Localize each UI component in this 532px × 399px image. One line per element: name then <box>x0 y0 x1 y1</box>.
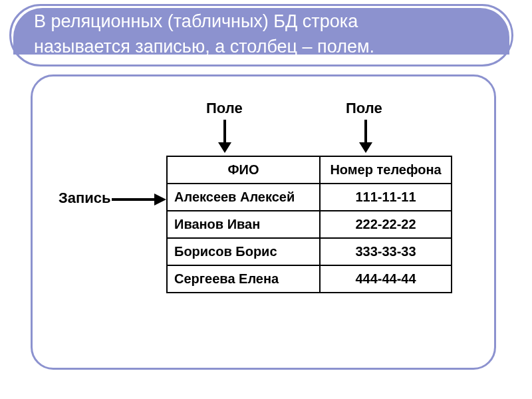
cell-phone: 111-11-11 <box>320 184 452 211</box>
cell-phone: 333-33-33 <box>320 238 452 265</box>
title-line2: называется записью, а столбец – полем. <box>34 37 374 57</box>
table-row: Алексеев Алексей 111-11-11 <box>167 184 452 211</box>
cell-name: Борисов Борис <box>167 238 320 265</box>
table-row: Борисов Борис 333-33-33 <box>167 238 452 265</box>
table-row: Сергеева Елена 444-44-44 <box>167 265 452 293</box>
arrow-right-icon <box>112 192 166 207</box>
cell-name: Иванов Иван <box>167 211 320 238</box>
table-row: Иванов Иван 222-22-22 <box>167 211 452 238</box>
example-table: ФИО Номер телефона Алексеев Алексей 111-… <box>166 156 452 293</box>
title-text: В реляционных (табличных) БД строка назы… <box>34 9 498 59</box>
header-phone: Номер телефона <box>320 156 452 184</box>
title-line1: В реляционных (табличных) БД строка <box>34 11 358 31</box>
cell-phone: 444-44-44 <box>320 265 452 293</box>
field-label-1: Поле <box>206 100 243 117</box>
svg-marker-3 <box>359 142 372 153</box>
svg-marker-1 <box>218 142 231 153</box>
table-header-row: ФИО Номер телефона <box>167 156 452 184</box>
arrow-down-icon <box>358 120 374 153</box>
cell-name: Алексеев Алексей <box>167 184 320 211</box>
header-name: ФИО <box>167 156 320 184</box>
cell-name: Сергеева Елена <box>167 265 320 293</box>
svg-marker-5 <box>154 194 166 205</box>
cell-phone: 222-22-22 <box>320 211 452 238</box>
field-label-2: Поле <box>346 100 382 117</box>
title-banner: В реляционных (табличных) БД строка назы… <box>9 4 513 66</box>
arrow-down-icon <box>217 120 233 153</box>
record-label: Запись <box>59 190 111 207</box>
